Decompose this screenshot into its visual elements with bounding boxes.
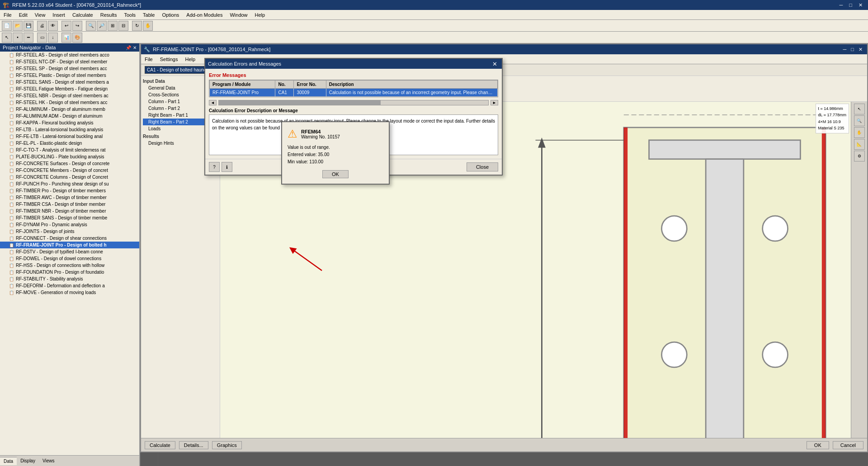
scroll-right-btn[interactable]: ► [491,100,498,105]
tree-item-0[interactable]: 📋 RF-STEEL AS - Design of steel members … [0,52,139,58]
rf-menu-help[interactable]: Help [181,56,199,63]
tree-item-4[interactable]: 📋 RF-STEEL SANS - Design of steel member… [0,79,139,86]
rf-menu-settings[interactable]: Settings [156,56,182,63]
tree-item-24[interactable]: 📋 RF-TIMBER SANS - Design of timber memb… [0,214,139,221]
tree-item-20[interactable]: 📋 RF-TIMBER Pro - Design of timber membe… [0,187,139,194]
tree-item-2[interactable]: 📋 RF-STEEL SP - Design of steel members … [0,65,139,72]
tb2-select[interactable]: ↖ [2,33,12,43]
tree-item-30[interactable]: 📋 RF-DOWEL - Design of dowel connections [0,255,139,262]
tb-redo[interactable]: ↪ [72,21,82,31]
menu-view[interactable]: View [31,11,49,19]
tb-print[interactable]: 🖨 [37,21,47,31]
draw-btn-4[interactable]: 📐 [854,139,865,150]
calc-errors-close-x[interactable]: ✕ [491,61,499,67]
tree-item-26[interactable]: 📋 RF-JOINTS - Design of joints [0,228,139,235]
tree-item-8[interactable]: 📋 RF-ALUMINUM - Design of aluminum memb [0,106,139,113]
tb2-node[interactable]: • [13,33,23,43]
tree-item-22[interactable]: 📋 RF-TIMBER CSA - Design of timber membe… [0,201,139,208]
tree-item-25[interactable]: 📋 RF-DYNAM Pro - Dynamic analysis [0,221,139,228]
help-button[interactable]: ? [209,162,220,172]
menu-insert[interactable]: Insert [49,11,69,19]
menu-table[interactable]: Table [139,11,158,19]
rf-close[interactable]: ✕ [857,47,864,52]
tree-item-33[interactable]: 📋 RF-STABILITY - Stability analysis [0,276,139,282]
menu-options[interactable]: Options [158,11,183,19]
tree-item-31[interactable]: 📋 RF-HSS - Design of connections with ho… [0,262,139,269]
tb-new[interactable]: 📄 [2,21,12,31]
tree-item-5[interactable]: 📋 RF-STEEL Fatigue Members - Fatigue des… [0,86,139,92]
tree-item-34[interactable]: 📋 RF-DEFORM - Deformation and deflection… [0,282,139,289]
tree-item-12[interactable]: 📋 RF-FE-LTB - Lateral-torsional buckling… [0,133,139,140]
tree-item-19[interactable]: 📋 RF-PUNCH Pro - Punching shear design o… [0,181,139,187]
tb-rotate[interactable]: ↻ [132,21,142,31]
rf-maximize[interactable]: □ [849,47,856,52]
tb-save[interactable]: 💾 [24,21,33,31]
tb2-load[interactable]: ↓ [48,33,58,43]
tree-item-32[interactable]: 📋 RF-FOUNDATION Pro - Design of foundati… [0,269,139,276]
cancel-button[interactable]: Cancel [833,441,863,449]
case-dropdown[interactable]: CA1 - Design of bolted haunch [145,66,211,74]
title-bar-controls[interactable]: ─ □ ✕ [837,1,865,9]
tb-undo[interactable]: ↩ [61,21,71,31]
tb2-surface[interactable]: ▭ [37,33,47,43]
tb-zoom-fit[interactable]: ⊞ [108,21,118,31]
menu-addon[interactable]: Add-on Modules [183,11,226,19]
warning-ok-button[interactable]: OK [322,170,349,178]
draw-btn-3[interactable]: ✋ [854,127,865,138]
horizontal-scrollbar[interactable] [218,100,489,105]
tb2-result[interactable]: 📊 [61,33,71,43]
rf-menu-file[interactable]: File [141,56,156,63]
panel-close-btn[interactable]: ✕ [133,45,137,50]
calculate-button[interactable]: Calculate [145,441,175,449]
tb-open[interactable]: 📂 [13,21,23,31]
tree-item-35[interactable]: 📋 RF-MOVE - Generation of moving loads [0,289,139,296]
menu-edit[interactable]: Edit [15,11,31,19]
tree-item-6[interactable]: 📋 RF-STEEL NBR - Design of steel members… [0,92,139,99]
ok-button[interactable]: OK [807,441,829,449]
tree-item-1[interactable]: 📋 RF-STEEL NTC-DF - Design of steel memb… [0,58,139,65]
maximize-button[interactable]: □ [846,1,855,9]
tree-item-13[interactable]: 📋 RF-EL-PL - Elastic-plastic design [0,140,139,147]
tree-item-15[interactable]: 📋 PLATE-BUCKLING - Plate buckling analys… [0,153,139,160]
rf-minimize[interactable]: ─ [841,47,849,52]
details-button[interactable]: Details... [179,441,208,449]
tree-item-14[interactable]: 📋 RF-C-TO-T - Analysis of limit slendern… [0,147,139,153]
close-button[interactable]: ✕ [856,1,865,9]
tree-item-28[interactable]: 📋 RF-FRAME-JOINT Pro - Design of bolted … [0,242,139,248]
tree-item-7[interactable]: 📋 RF-STEEL HK - Design of steel members … [0,99,139,106]
tab-data[interactable]: Data [0,457,17,465]
info-button[interactable]: ℹ [222,162,232,172]
menu-file[interactable]: File [0,11,15,19]
tb2-member[interactable]: ━ [24,33,33,43]
scroll-left-btn[interactable]: ◄ [209,100,217,105]
tree-item-17[interactable]: 📋 RF-CONCRETE Members - Design of concre… [0,167,139,174]
menu-calculate[interactable]: Calculate [69,11,97,19]
tree-item-18[interactable]: 📋 RF-CONCRETE Columns - Design of Concre… [0,174,139,181]
error-row-0[interactable]: RF-FRAME-JOINT Pro CA1 30009 Calculation… [210,89,498,97]
draw-btn-5[interactable]: ⚙ [854,151,865,162]
tree-item-3[interactable]: 📋 RF-STEEL Plastic - Design of steel mem… [0,72,139,79]
minimize-button[interactable]: ─ [837,1,846,9]
tab-display[interactable]: Display [17,457,39,465]
tree-item-11[interactable]: 📋 RF-LTB - Lateral-torsional buckling an… [0,126,139,133]
tab-views[interactable]: Views [39,457,58,465]
tb-zoom-all[interactable]: ⊟ [118,21,128,31]
draw-btn-1[interactable]: ↖ [854,104,865,114]
tree-item-21[interactable]: 📋 RF-TIMBER AWC - Design of timber membe… [0,194,139,201]
tree-item-27[interactable]: 📋 RF-CONNECT - Design of shear connectio… [0,235,139,242]
menu-help[interactable]: Help [251,11,269,19]
tb2-render[interactable]: 🎨 [72,33,82,43]
scroll-thumb[interactable] [219,100,381,105]
menu-results[interactable]: Results [97,11,121,19]
tree-item-29[interactable]: 📋 RF-DSTV - Design of typified I-beam co… [0,248,139,255]
tree-item-10[interactable]: 📋 RF-KAPPA - Flexural buckling analysis [0,119,139,126]
tree-item-16[interactable]: 📋 RF-CONCRETE Surfaces - Design of concr… [0,160,139,167]
menu-tools[interactable]: Tools [120,11,139,19]
graphics-button[interactable]: Graphics [212,441,242,449]
menu-window[interactable]: Window [226,11,251,19]
tree-item-9[interactable]: 📋 RF-ALUMINUM ADM - Design of aluminum [0,113,139,119]
close-dialog-button[interactable]: Close [467,162,498,171]
draw-btn-2[interactable]: 🔍 [854,115,865,126]
tree-item-23[interactable]: 📋 RF-TIMBER NBR - Design of timber membe… [0,208,139,214]
tb-pan[interactable]: ✋ [143,21,153,31]
